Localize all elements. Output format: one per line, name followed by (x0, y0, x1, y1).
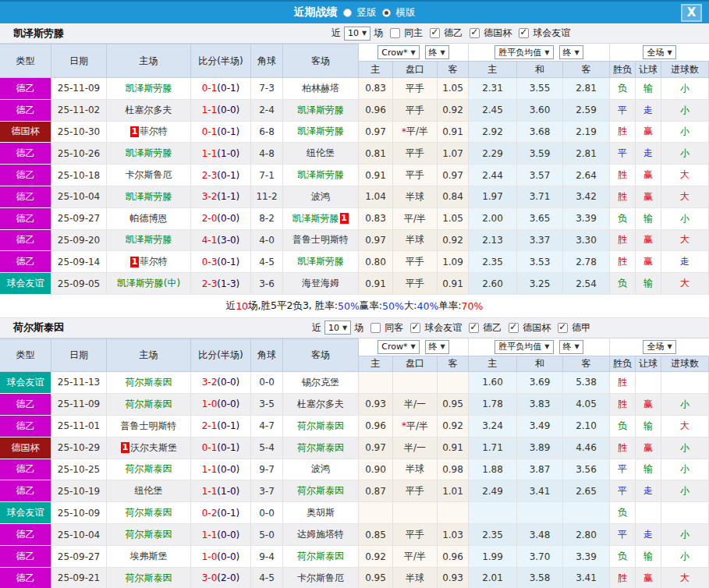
team1-league2-checkbox[interactable] (470, 28, 480, 38)
mean-select[interactable]: 胜平负均值▼ (495, 45, 553, 59)
away-team[interactable]: 海登海姆 (283, 273, 359, 295)
away-team[interactable]: 凯泽斯劳滕 (283, 251, 359, 273)
home-team[interactable]: 1菲尔特 (107, 122, 191, 143)
team2-count-select[interactable]: 10▼ (324, 321, 351, 335)
score: 4-1(3-0) (191, 230, 251, 252)
league-level-badge: 1 (130, 126, 139, 137)
crow-final-select[interactable]: 终▼ (425, 340, 449, 354)
team2-league4-label[interactable]: 德甲 (572, 321, 590, 335)
team1-league1-label[interactable]: 德乙 (444, 27, 463, 40)
home-team[interactable]: 荷尔斯泰因 (107, 394, 191, 416)
mean-select[interactable]: 胜平负均值▼ (495, 340, 553, 354)
games-label: 场 (354, 321, 363, 335)
home-team[interactable]: 荷尔斯泰因 (107, 524, 191, 546)
team2-league4-checkbox[interactable] (558, 323, 568, 333)
away-team[interactable]: 纽伦堡 (283, 143, 359, 165)
titlebar: 近期战绩 竖版 横版 X (0, 0, 709, 23)
close-icon[interactable]: X (681, 4, 702, 22)
away-team[interactable]: 凯泽斯劳滕 (283, 122, 359, 143)
team2-league2-label[interactable]: 德乙 (483, 321, 502, 335)
away-team[interactable]: 荷尔斯泰因 (283, 416, 359, 437)
team1-league1-checkbox[interactable] (430, 28, 440, 38)
fulltime-select[interactable]: 全场▼ (643, 45, 675, 59)
horizontal-layout-radio[interactable] (382, 9, 391, 17)
score: 0-3(0-1) (191, 251, 251, 273)
home-team[interactable]: 1沃尔夫斯堡 (107, 437, 191, 459)
team1-same-checkbox[interactable] (390, 28, 400, 38)
result-handicap (636, 372, 661, 394)
home-team[interactable]: 荷尔斯泰因 (107, 568, 191, 588)
match-type-badge: 德乙 (0, 78, 51, 100)
vertical-layout-label[interactable]: 竖版 (357, 6, 377, 19)
away-team[interactable]: 荷尔斯泰因 (283, 480, 359, 502)
match-type-badge: 德乙 (0, 230, 51, 252)
bookmaker-select[interactable]: Crow*▼ (378, 340, 419, 354)
match-date: 25-09-21 (51, 568, 107, 588)
team2-league2-checkbox[interactable] (469, 323, 479, 333)
team1-league2-label[interactable]: 德国杯 (484, 27, 512, 40)
away-team[interactable]: 凯泽斯劳滕1 (283, 208, 359, 230)
corner-score: 11-2 (251, 186, 283, 208)
mean-final-select[interactable]: 终▼ (559, 340, 583, 354)
match-type-badge: 球会友谊 (0, 273, 51, 295)
col-corner: 角球 (251, 338, 283, 371)
fulltime-select[interactable]: 全场▼ (643, 340, 675, 354)
bookmaker-select[interactable]: Crow*▼ (378, 45, 419, 59)
team2-league3-label[interactable]: 德国杯 (523, 321, 551, 335)
home-team[interactable]: 帕德博恩 (107, 208, 191, 230)
away-team[interactable]: 荷尔斯泰因 (283, 546, 359, 568)
home-team[interactable]: 卡尔斯鲁厄 (107, 165, 191, 186)
result-wdl: 胜 (610, 394, 636, 416)
col-crow-home: 主 (359, 61, 393, 77)
home-team[interactable]: 荷尔斯泰因 (107, 502, 191, 524)
team1-same-label[interactable]: 同主 (404, 27, 423, 40)
team2-same-checkbox[interactable] (370, 323, 381, 333)
home-team[interactable]: 荷尔斯泰因 (107, 459, 191, 481)
away-team[interactable]: 波鸿 (283, 459, 359, 481)
home-team[interactable]: 凯泽斯劳滕 (107, 78, 191, 100)
mean-final-select[interactable]: 终▼ (559, 45, 583, 59)
team2-league1-label[interactable]: 球会友谊 (424, 321, 462, 335)
horizontal-layout-label[interactable]: 横版 (396, 6, 416, 19)
team2-league1-checkbox[interactable] (410, 323, 420, 333)
away-team[interactable]: 柏林赫塔 (283, 78, 359, 100)
mean-home: 2.60 (469, 273, 517, 295)
away-team[interactable]: 达姆施塔特 (283, 524, 359, 546)
team1-count-select[interactable]: 10▼ (344, 27, 370, 41)
result-goals (661, 502, 709, 524)
away-team[interactable]: 波鸿 (283, 186, 359, 208)
away-team[interactable]: 卡尔斯鲁厄 (283, 568, 359, 588)
col-result-wdl: 胜负 (610, 61, 636, 77)
match-date: 25-10-25 (51, 459, 107, 481)
score: 1-1(0-0) (191, 459, 251, 481)
odds-away (438, 372, 469, 394)
team2-league3-checkbox[interactable] (509, 323, 519, 333)
away-team[interactable]: 锡尔克堡 (283, 372, 359, 394)
result-goals: 小 (661, 78, 709, 100)
home-team[interactable]: 埃弗斯堡 (107, 546, 191, 568)
mean-away: 3.41 (563, 568, 610, 588)
home-team[interactable]: 凯泽斯劳滕(中) (107, 273, 191, 295)
home-team[interactable]: 凯泽斯劳滕 (107, 186, 191, 208)
away-team[interactable]: 普鲁士明斯特 (283, 230, 359, 252)
away-team[interactable]: 荷尔斯泰因 (283, 437, 359, 459)
home-team[interactable]: 1菲尔特 (107, 251, 191, 273)
home-team[interactable]: 凯泽斯劳滕 (107, 230, 191, 252)
score: 0-2(0-1) (191, 502, 251, 524)
home-team[interactable]: 凯泽斯劳滕 (107, 143, 191, 165)
away-team[interactable]: 凯泽斯劳滕 (283, 165, 359, 186)
away-team[interactable]: 奥胡斯 (283, 502, 359, 524)
team1-league3-checkbox[interactable] (519, 28, 529, 38)
team1-league3-label[interactable]: 球会友谊 (533, 27, 570, 40)
home-team[interactable]: 荷尔斯泰因 (107, 372, 191, 394)
away-team[interactable]: 凯泽斯劳滕 (283, 100, 359, 122)
team2-same-label[interactable]: 同客 (385, 321, 403, 335)
home-team[interactable]: 纽伦堡 (107, 480, 191, 502)
home-team[interactable]: 普鲁士明斯特 (107, 416, 191, 437)
vertical-layout-radio[interactable] (343, 9, 352, 17)
home-team[interactable]: 杜塞尔多夫 (107, 100, 191, 122)
result-wdl: 负 (610, 546, 636, 568)
away-team[interactable]: 杜塞尔多夫 (283, 394, 359, 416)
crow-final-select[interactable]: 终▼ (425, 45, 449, 59)
mean-home: 1.88 (469, 459, 517, 481)
